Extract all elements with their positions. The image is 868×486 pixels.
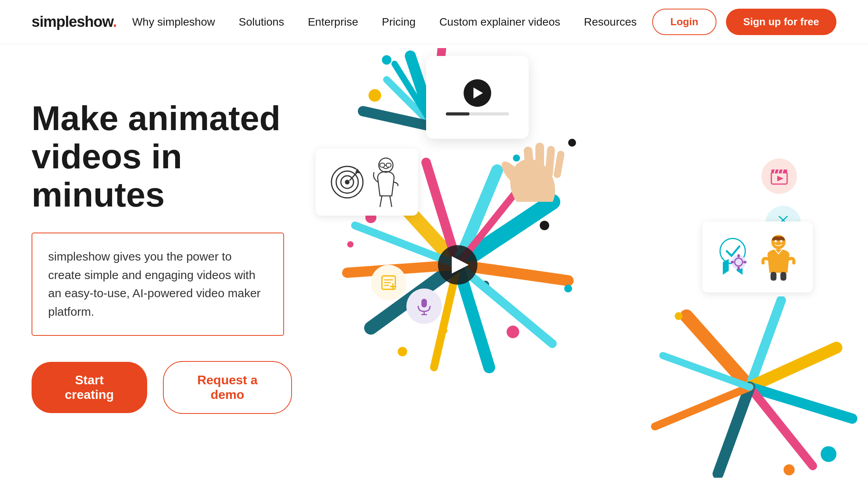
hero-left: Make animated videos in minutes simplesh… (32, 52, 292, 414)
hero-description-box: simpleshow gives you the power to create… (32, 233, 284, 336)
clapperboard-icon (769, 166, 789, 186)
logo: simpleshow. (32, 13, 117, 30)
svg-point-7 (382, 55, 391, 65)
svg-rect-54 (380, 163, 385, 167)
svg-point-35 (564, 285, 572, 292)
svg-point-33 (507, 326, 519, 338)
svg-rect-91 (780, 272, 786, 281)
person-with-gear-icon (757, 233, 800, 281)
person-icon (368, 156, 404, 208)
svg-line-58 (390, 196, 392, 207)
svg-line-57 (380, 196, 382, 207)
svg-rect-55 (386, 163, 391, 167)
badge-card-content (715, 233, 800, 281)
bottom-right-starburst-svg (639, 296, 860, 478)
hero-title: Make animated videos in minutes (32, 99, 292, 214)
request-demo-button[interactable]: Request a demo (163, 361, 292, 414)
svg-rect-84 (737, 267, 740, 270)
video-progress-fill (446, 112, 470, 115)
svg-rect-13 (535, 143, 544, 178)
start-creating-button[interactable]: Start creating (32, 362, 147, 413)
svg-rect-75 (421, 299, 427, 307)
video-progress-bar (446, 112, 509, 115)
svg-point-34 (398, 347, 407, 356)
hero-right (292, 52, 836, 486)
login-button[interactable]: Login (652, 9, 716, 35)
float-icon-video (761, 158, 797, 194)
svg-point-88 (774, 240, 777, 242)
svg-marker-79 (723, 259, 729, 275)
header-actions: Login Sign up for free (652, 9, 836, 35)
float-icon-notes (371, 265, 406, 300)
svg-rect-83 (737, 254, 740, 257)
top-video-card (426, 56, 529, 139)
notes-icon (379, 273, 398, 292)
svg-rect-86 (743, 261, 746, 263)
svg-rect-85 (731, 261, 734, 263)
header: simpleshow. Why simpleshow Solutions Ent… (0, 0, 868, 44)
svg-point-44 (821, 446, 836, 462)
svg-point-9 (369, 89, 381, 102)
target-icon (331, 166, 364, 199)
microphone-icon (414, 296, 434, 316)
svg-point-32 (540, 221, 549, 230)
svg-point-45 (784, 464, 795, 475)
nav-pricing[interactable]: Pricing (382, 16, 416, 28)
hero-description: simpleshow gives you the power to create… (48, 248, 268, 321)
nav-resources[interactable]: Resources (584, 16, 637, 28)
nav-custom-explainer[interactable]: Custom explainer videos (439, 16, 560, 28)
svg-rect-15 (553, 150, 565, 179)
badge-icon (715, 235, 750, 279)
svg-rect-90 (771, 272, 776, 281)
main-nav: Why simpleshow Solutions Enterprise Pric… (132, 16, 637, 28)
svg-point-46 (675, 312, 683, 320)
float-icon-microphone (406, 289, 442, 324)
float-card-character (316, 149, 418, 216)
svg-point-89 (780, 240, 782, 242)
nav-why-simpleshow[interactable]: Why simpleshow (132, 16, 215, 28)
play-circle-icon (464, 79, 491, 107)
nav-enterprise[interactable]: Enterprise (308, 16, 358, 28)
nav-solutions[interactable]: Solutions (239, 16, 284, 28)
svg-marker-64 (777, 176, 784, 181)
hero-buttons: Start creating Request a demo (32, 361, 292, 414)
play-triangle-icon (473, 88, 483, 99)
svg-point-50 (345, 180, 350, 184)
signup-button[interactable]: Sign up for free (726, 9, 836, 35)
float-card-badge (702, 222, 813, 292)
svg-rect-14 (544, 145, 555, 178)
main-content: Make animated videos in minutes simplesh… (0, 44, 868, 486)
